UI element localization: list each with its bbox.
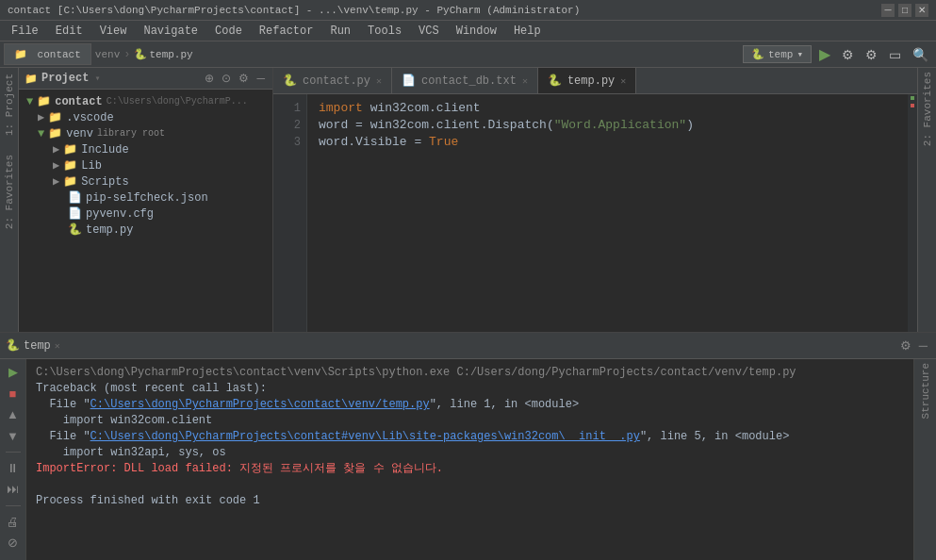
temp-tab-icon: 🐍: [548, 74, 562, 88]
run-scroll-up-button[interactable]: ▲: [4, 405, 23, 423]
right-strip: 2: Favorites: [917, 68, 936, 332]
vscode-label: .vscode: [66, 111, 113, 124]
close-button[interactable]: ✕: [915, 4, 928, 17]
structure-label[interactable]: Structure: [920, 363, 931, 419]
lib-expand-icon: ▶: [53, 158, 59, 173]
file-link-1[interactable]: C:\Users\dong\PycharmProjects\contact\ve…: [90, 398, 430, 411]
tree-vscode[interactable]: ▶ 📁 .vscode: [19, 109, 272, 125]
temp-py-label: temp.py: [86, 223, 133, 237]
run-tab-label: temp: [24, 339, 51, 353]
editor-area: 🐍 contact.py ✕ 📄 contact_db.txt ✕ 🐍 temp…: [273, 68, 917, 332]
file-link-2[interactable]: C:\Users\dong\PycharmProjects\contact#ve…: [90, 430, 640, 443]
root-expand-icon: ▼: [26, 95, 33, 108]
sidebar-project-label[interactable]: 1: Project: [4, 74, 15, 136]
run-stop-button[interactable]: ■: [4, 384, 23, 402]
run-toolbar-right: Structure: [913, 359, 936, 560]
contact-tab-close[interactable]: ✕: [376, 75, 382, 87]
main-area: 1: Project 2: Favorites 📁 Project ▾ ⊕ ⊙ …: [0, 68, 936, 332]
temp-file-icon: 🐍: [68, 222, 82, 237]
run-button[interactable]: ▶: [815, 45, 834, 63]
sidebar-favorites-label[interactable]: 2: Favorites: [4, 155, 15, 229]
project-panel-header: 📁 Project ▾ ⊕ ⊙ ⚙ ─: [19, 68, 272, 90]
menu-help[interactable]: Help: [506, 23, 549, 40]
menu-navigate[interactable]: Navigate: [136, 23, 205, 40]
menu-window[interactable]: Window: [449, 23, 504, 40]
panel-settings-button[interactable]: ⚙: [237, 72, 251, 85]
breadcrumb-icon: 🐍: [134, 48, 147, 60]
code-content[interactable]: import win32com.client word = win32com.c…: [307, 94, 908, 332]
dropdown-arrow-icon: ▾: [94, 73, 100, 84]
run-close-button[interactable]: ✕: [4, 555, 23, 560]
title-text: contact [C:\Users\dong\PycharmProjects\c…: [8, 5, 580, 16]
run-toolbar-left: ▶ ■ ▲ ▼ ⏸ ⏭ 🖨 ⊘ ✕: [0, 359, 26, 560]
lib-folder-icon: 📁: [63, 158, 77, 173]
run-panel: 🐍 temp ✕ ⚙ ─ ▶ ■ ▲ ▼ ⏸ ⏭ 🖨 ⊘ ✕ C:\Users\…: [0, 332, 936, 560]
search-button[interactable]: 🔍: [909, 47, 932, 62]
top-tab-bar: 📁 contact venv › 🐍 temp.py 🐍 temp ▾ ▶ ⚙ …: [0, 41, 936, 68]
run-config-selector[interactable]: 🐍 temp ▾: [743, 45, 812, 63]
tree-pyvenv[interactable]: 📄 pyvenv.cfg: [19, 206, 272, 222]
run-resume-button[interactable]: ⏭: [4, 480, 23, 498]
run-tab-icon: 🐍: [6, 338, 20, 353]
editor-tab-db[interactable]: 📄 contact_db.txt ✕: [392, 68, 538, 93]
window-controls[interactable]: ─ □ ✕: [881, 4, 928, 17]
dropdown-icon: ▾: [796, 48, 803, 60]
menu-edit[interactable]: Edit: [48, 23, 90, 40]
run-clear-button[interactable]: ⊘: [4, 534, 23, 552]
contact-tab-label: contact.py: [303, 74, 370, 88]
traceback-line1: File "C:\Users\dong\PycharmProjects\cont…: [36, 397, 904, 413]
panel-sync-button[interactable]: ⊙: [220, 72, 233, 85]
menu-vcs[interactable]: VCS: [411, 23, 447, 40]
menu-view[interactable]: View: [92, 23, 135, 40]
run-panel-minimize-button[interactable]: ─: [916, 338, 930, 353]
run-print-button[interactable]: 🖨: [4, 513, 23, 531]
menu-tools[interactable]: Tools: [360, 23, 409, 40]
run-play-button[interactable]: ▶: [4, 363, 23, 381]
run-panel-tools: ⚙ ─: [897, 338, 930, 353]
run-config-area: 🐍 temp ▾ ▶ ⚙ ⚙ ▭ 🔍: [743, 45, 932, 63]
run-tab[interactable]: 🐍 temp ✕: [6, 338, 60, 353]
breadcrumb-file[interactable]: temp.py: [149, 49, 192, 60]
menu-file[interactable]: File: [4, 23, 46, 40]
panel-minimize-button[interactable]: ─: [255, 72, 267, 85]
run-panel-settings-button[interactable]: ⚙: [897, 338, 914, 353]
project-tab[interactable]: 📁 contact: [4, 43, 91, 65]
tree-pip-selfcheck[interactable]: 📄 pip-selfcheck.json: [19, 189, 272, 206]
minimize-button[interactable]: ─: [881, 4, 895, 17]
tree-include[interactable]: ▶ 📁 Include: [19, 141, 272, 157]
maximize-button[interactable]: □: [898, 4, 911, 17]
db-tab-close[interactable]: ✕: [522, 75, 528, 87]
scripts-folder-icon: 📁: [63, 174, 77, 189]
tree-temp-py[interactable]: 🐍 temp.py: [19, 222, 272, 238]
run-scroll-down-button[interactable]: ▼: [4, 426, 23, 444]
pip-file-icon: 📄: [68, 190, 82, 205]
tree-root[interactable]: ▼ 📁 contact C:\Users\dong\PycharmP...: [19, 93, 272, 109]
venv-expand-icon: ▼: [38, 127, 44, 140]
menu-code[interactable]: Code: [207, 23, 250, 40]
tree-lib[interactable]: ▶ 📁 Lib: [19, 157, 272, 173]
left-strip: 1: Project 2: Favorites: [0, 68, 19, 332]
run-pause-button[interactable]: ⏸: [4, 459, 23, 477]
editor-tab-temp[interactable]: 🐍 temp.py ✕: [538, 68, 636, 93]
lib-label: Lib: [81, 159, 102, 173]
traceback-header: Traceback (most recent call last):: [36, 381, 904, 397]
extra-settings-button[interactable]: ⚙: [862, 47, 881, 62]
settings-button[interactable]: ⚙: [838, 47, 858, 62]
menu-refactor[interactable]: Refactor: [252, 23, 321, 40]
cmd-line: C:\Users\dong\PycharmProjects\contact\ve…: [36, 365, 904, 381]
traceback-line2: File "C:\Users\dong\PycharmProjects\cont…: [36, 429, 904, 445]
panel-add-button[interactable]: ⊕: [203, 72, 216, 85]
editor-tab-contact[interactable]: 🐍 contact.py ✕: [273, 68, 392, 93]
tree-venv[interactable]: ▼ 📁 venv library root: [19, 125, 272, 141]
minimize-panel-button[interactable]: ▭: [885, 47, 905, 62]
run-tab-close[interactable]: ✕: [55, 340, 60, 352]
temp-tab-close[interactable]: ✕: [620, 75, 626, 87]
project-panel-title: Project: [41, 72, 89, 85]
code-editor[interactable]: 1 2 3 import win32com.client word = win3…: [273, 94, 917, 332]
right-strip-label[interactable]: 2: Favorites: [922, 72, 933, 146]
scripts-label: Scripts: [81, 175, 128, 189]
menu-run[interactable]: Run: [322, 23, 358, 40]
tree-scripts[interactable]: ▶ 📁 Scripts: [19, 173, 272, 189]
breadcrumb-venv[interactable]: venv: [95, 49, 120, 60]
root-path: C:\Users\dong\PycharmP...: [107, 96, 248, 107]
